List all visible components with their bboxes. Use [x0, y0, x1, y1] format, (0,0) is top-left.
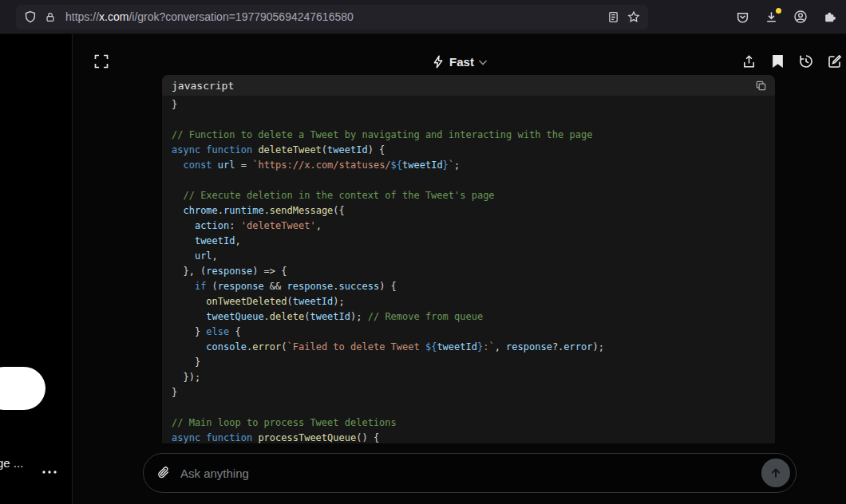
- download-badge-dot: [776, 8, 781, 14]
- url-bar[interactable]: https://x.com/i/grok?conversation=197790…: [16, 5, 648, 30]
- send-button[interactable]: [761, 459, 790, 487]
- download-icon[interactable]: [765, 10, 778, 24]
- copy-icon[interactable]: [755, 80, 767, 92]
- code-line: if (response && response.success) {: [172, 279, 765, 294]
- reader-mode-icon[interactable]: [607, 11, 619, 23]
- account-icon[interactable]: [793, 10, 808, 24]
- grok-panel: Fast: [72, 34, 846, 504]
- chevron-down-icon: [479, 60, 488, 65]
- url-path: /i/grok?conversation=1977905694247616580: [128, 10, 353, 23]
- url-scheme: https://: [65, 10, 99, 23]
- code-line: const url = `https://x.com/statuses/${tw…: [172, 158, 765, 173]
- history-icon[interactable]: [798, 53, 814, 69]
- pocket-icon[interactable]: [736, 10, 749, 24]
- code-line: // Function to delete a Tweet by navigat…: [172, 128, 765, 143]
- left-rail: ge ...: [0, 34, 72, 504]
- bolt-icon: [431, 55, 445, 69]
- code-line: async function deleteTweet(tweetId) {: [172, 143, 765, 158]
- code-line: }: [172, 355, 765, 370]
- bookmark-star-icon[interactable]: [627, 10, 640, 23]
- url-text[interactable]: https://x.com/i/grok?conversation=197790…: [65, 10, 607, 23]
- code-line: }: [172, 97, 765, 112]
- compose-icon[interactable]: [827, 53, 843, 69]
- code-line: action: 'deleteTweet',: [172, 219, 765, 234]
- code-line: url,: [172, 249, 765, 264]
- share-icon[interactable]: [741, 53, 757, 69]
- code-line: tweetQueue.delete(tweetId); // Remove fr…: [172, 309, 765, 325]
- lock-icon[interactable]: [45, 11, 56, 23]
- code-language-label: javascript: [172, 80, 234, 92]
- code-block: javascript } // Function to delete a Twe…: [162, 75, 775, 443]
- bookmark-icon[interactable]: [769, 53, 785, 69]
- code-line: async function processTweetQueue() {: [172, 431, 765, 443]
- mode-label: Fast: [449, 55, 474, 69]
- more-options-icon[interactable]: [42, 469, 57, 475]
- code-line: [172, 173, 765, 188]
- composer: [143, 453, 797, 493]
- code-line: }: [172, 385, 765, 400]
- paperclip-icon[interactable]: [156, 466, 170, 480]
- toolbar-right-icons: [736, 10, 836, 24]
- code-lines: } // Function to delete a Tweet by navig…: [162, 96, 775, 443]
- code-line: // Main loop to process Tweet deletions: [172, 415, 765, 431]
- code-line: }, (response) => {: [172, 264, 765, 279]
- expand-icon[interactable]: [93, 53, 109, 69]
- code-line: [172, 400, 765, 415]
- code-block-header: javascript: [162, 75, 775, 96]
- url-domain: x.com: [99, 10, 128, 23]
- code-line: } else {: [172, 325, 765, 340]
- shield-icon[interactable]: [24, 10, 37, 23]
- rail-pill-button[interactable]: [0, 367, 45, 410]
- code-line: });: [172, 370, 765, 385]
- code-line: // Execute deletion in the context of th…: [172, 188, 765, 203]
- ask-input[interactable]: [180, 467, 753, 480]
- code-line: tweetId,: [172, 234, 765, 249]
- code-line: chrome.runtime.sendMessage({: [172, 203, 765, 219]
- code-line: [172, 112, 765, 128]
- rail-clipped-text: ge ...: [0, 456, 23, 470]
- code-line: onTweetDeleted(tweetId);: [172, 294, 765, 309]
- screen: https://x.com/i/grok?conversation=197790…: [0, 0, 846, 504]
- extensions-icon[interactable]: [823, 10, 836, 24]
- code-line: console.error(`Failed to delete Tweet ${…: [172, 340, 765, 355]
- browser-toolbar: https://x.com/i/grok?conversation=197790…: [0, 0, 846, 34]
